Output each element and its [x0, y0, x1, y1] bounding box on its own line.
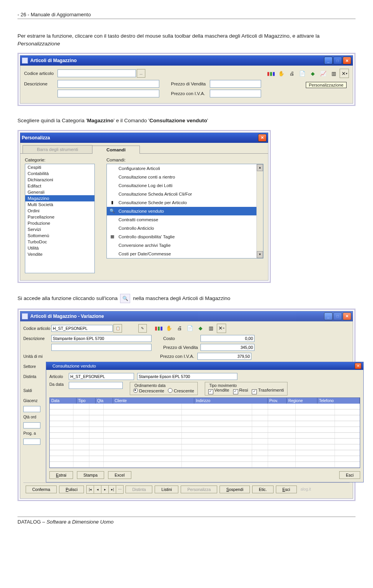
table-row[interactable]	[50, 456, 360, 462]
s3-print-icon[interactable]: 🖨	[175, 324, 184, 333]
category-item[interactable]: Dichiarazioni	[25, 177, 94, 183]
grid-header-cell[interactable]: Telefono	[317, 398, 360, 404]
results-grid[interactable]: DataTipoQtaClienteIndirizzoProv.RegioneT…	[49, 397, 360, 468]
grid-header-cell[interactable]: Indirizzo	[194, 398, 268, 404]
stampa-button[interactable]: Stampa	[77, 471, 104, 479]
grid-header-cell[interactable]: Cliente	[113, 398, 194, 404]
table-row[interactable]	[50, 462, 360, 468]
check-trasf[interactable]: ✓	[252, 389, 257, 394]
s3-costo-input[interactable]	[200, 335, 254, 342]
desc2-input[interactable]	[58, 90, 159, 97]
command-item[interactable]: Controllo Anticiclo	[107, 224, 256, 232]
category-item[interactable]: Vendite	[25, 251, 94, 257]
table-row[interactable]	[50, 433, 360, 439]
table-row[interactable]	[50, 409, 360, 415]
dialog-titlebar[interactable]: Personalizza ✕	[20, 133, 268, 143]
note-icon[interactable]: 📄	[298, 69, 307, 78]
close3-button[interactable]: ✕	[343, 312, 351, 320]
command-item[interactable]: Conversione archivi Taglie	[107, 241, 256, 250]
sospendi-button[interactable]: Sospendi	[220, 486, 250, 493]
command-item[interactable]: Consultazione conti a rientro	[107, 173, 256, 181]
s3-qta-input[interactable]	[23, 422, 40, 428]
table-row[interactable]	[50, 444, 360, 450]
excel-button[interactable]: Excel	[108, 471, 131, 479]
command-item[interactable]: ▮Consultazione Schede per Articolo	[107, 198, 256, 207]
grid-header-cell[interactable]: Qta	[96, 398, 113, 404]
category-item[interactable]: Utilità	[25, 245, 94, 251]
s3-prog-input[interactable]	[23, 439, 40, 445]
category-item[interactable]: Multi Società	[25, 201, 94, 208]
nested-articolo-input[interactable]	[69, 373, 134, 380]
categorie-listbox[interactable]: CespitiContabilitàDichiarazioniEdifactGe…	[25, 164, 95, 273]
nav-last-icon[interactable]: ▸|	[108, 485, 116, 494]
close-button[interactable]: ✕	[343, 57, 351, 64]
estrai-button[interactable]: EEstraistrai	[49, 471, 73, 479]
command-item[interactable]: Consultazione Scheda Articoli Cli/For	[107, 190, 256, 198]
command-item[interactable]: Consultazione Log dei Lotti	[107, 181, 256, 190]
nested-articolo-desc[interactable]	[137, 373, 237, 380]
conferma-button[interactable]: Conferma	[26, 486, 57, 493]
s3-giac-input[interactable]	[23, 406, 40, 412]
s3-copy-button[interactable]: 📋	[113, 324, 122, 333]
dialog-close-button[interactable]: ✕	[258, 134, 267, 142]
print-icon[interactable]: 🖨	[287, 69, 296, 78]
record-nav[interactable]: |◂ ◂ ▸ ▸| ⋯	[86, 485, 123, 494]
category-item[interactable]: TurboDoc	[25, 239, 94, 245]
min3-button[interactable]: _	[324, 312, 333, 320]
s3-desc2-input[interactable]	[51, 344, 152, 351]
nested-close-button[interactable]: ✕	[355, 363, 361, 369]
etic-button[interactable]: Etic.	[252, 486, 273, 493]
scroll-up-icon[interactable]: ▲	[257, 164, 263, 171]
s3-chart-icon[interactable]: ▮▮▮	[154, 324, 163, 333]
s3-tool1[interactable]: ✎	[138, 324, 147, 333]
table-row[interactable]	[50, 421, 360, 427]
maximize-button[interactable]: □	[333, 57, 342, 64]
category-item[interactable]: Contabilità	[25, 170, 94, 177]
hand-icon[interactable]: ✋	[277, 69, 286, 78]
comandi-listbox[interactable]: Configuratore ArticoliConsultazione cont…	[107, 164, 256, 258]
graph-icon[interactable]: 📈	[319, 69, 328, 78]
table-row[interactable]	[50, 427, 360, 433]
listini-button[interactable]: Listini	[155, 486, 178, 493]
grid-header-cell[interactable]: Prov.	[268, 398, 287, 404]
radio-decrescente[interactable]	[133, 388, 138, 393]
grid-header-cell[interactable]: Data	[50, 398, 77, 404]
esci-button[interactable]: Esci	[339, 471, 360, 479]
radio-crescente[interactable]	[168, 388, 173, 393]
table-row[interactable]	[50, 450, 360, 456]
tag-icon[interactable]: ◆	[308, 69, 317, 78]
tab-toolbar[interactable]: Barra degli strumenti	[23, 145, 92, 153]
s3-note-icon[interactable]: 📄	[185, 324, 195, 333]
category-item[interactable]: Edifact	[25, 183, 94, 189]
category-item[interactable]: Sottomenù	[25, 232, 94, 239]
category-item[interactable]: Produzione	[25, 220, 94, 226]
category-item[interactable]: Parcellazione	[25, 214, 94, 220]
window3-titlebar[interactable]: Articoli di Magazzino - Variazione _ □ ✕	[20, 311, 353, 321]
x-menu-button[interactable]: ✕▾	[340, 69, 349, 78]
comandi-scrollbar[interactable]: ▲ ▼	[256, 164, 263, 258]
nav-prev-icon[interactable]: ◂	[94, 485, 101, 494]
tab-comandi[interactable]: Comandi	[92, 146, 140, 154]
check-vendite[interactable]: ✓	[208, 389, 213, 394]
nav-first-icon[interactable]: |◂	[86, 485, 94, 494]
check-resi[interactable]: ✓	[233, 389, 238, 394]
command-item[interactable]: Costi per Date/Commesse	[107, 250, 256, 258]
prezzo-input[interactable]	[210, 80, 261, 88]
barcode-icon[interactable]: ▥	[329, 69, 338, 78]
grid-header-cell[interactable]: Regione	[287, 398, 317, 404]
s3-xmenu-button[interactable]: ✕»	[217, 324, 226, 333]
table-row[interactable]	[50, 439, 360, 444]
s3-pv-input[interactable]	[200, 344, 254, 351]
nested-titlebar[interactable]: Consultazione venduto ✕	[46, 362, 363, 370]
s3-iva-input[interactable]	[197, 353, 251, 360]
category-item[interactable]: Ordini	[25, 208, 94, 214]
desc-input[interactable]	[58, 80, 159, 88]
s3-codice-input[interactable]	[51, 325, 113, 332]
codice-input[interactable]	[58, 69, 136, 77]
iva-input[interactable]	[210, 90, 261, 97]
nav-more-icon[interactable]: ⋯	[116, 485, 124, 494]
minimize-button[interactable]: _	[324, 57, 333, 64]
max3-button[interactable]: □	[333, 312, 342, 320]
table-row[interactable]	[50, 415, 360, 421]
category-item[interactable]: Magazzino	[25, 195, 94, 201]
